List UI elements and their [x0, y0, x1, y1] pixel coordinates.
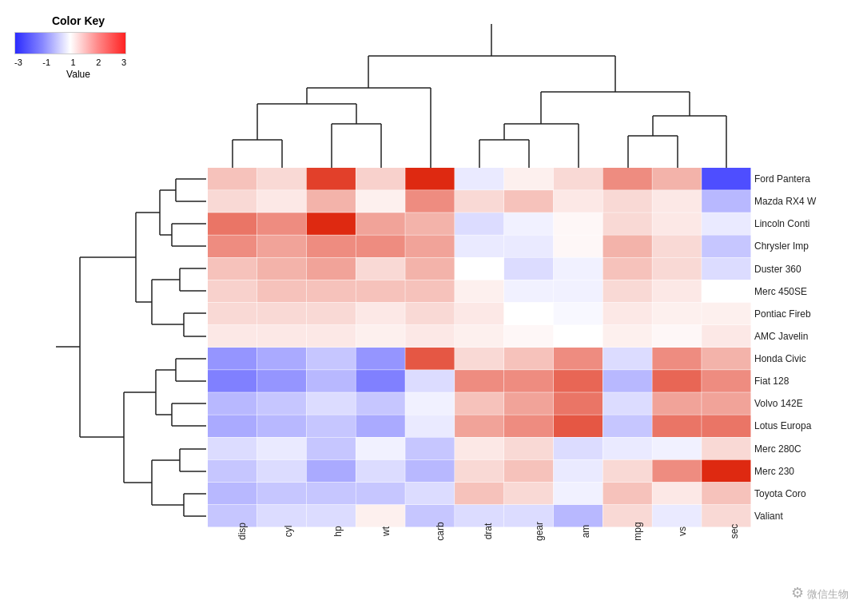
- row-label-6: Pontiac Fireb: [754, 308, 811, 320]
- row-label-3: Chrysler Imp: [754, 240, 809, 252]
- row-label-9: Fiat 128: [754, 376, 789, 387]
- col-label-4: carb: [435, 522, 446, 540]
- main-container: { "colorKey": { "title": "Color Key", "l…: [0, 0, 863, 616]
- row-label-2: Lincoln Conti: [754, 218, 809, 229]
- color-label-1: 1: [71, 58, 76, 67]
- value-label: Value: [14, 69, 142, 80]
- col-label-6: gear: [534, 522, 545, 541]
- row-label-13: Merc 230: [754, 466, 794, 477]
- col-label-2: hp: [332, 526, 343, 536]
- row-label-10: Volvo 142E: [754, 398, 803, 409]
- watermark: ⚙ 微信生物: [791, 584, 849, 602]
- row-label-0: Ford Pantera: [754, 173, 810, 185]
- row-label-15: Valiant: [754, 511, 783, 522]
- watermark-text: 微信生物: [807, 588, 849, 600]
- color-label-min: -3: [14, 58, 22, 67]
- color-key-title: Color Key: [14, 14, 142, 27]
- col-label-3: wt: [380, 527, 392, 536]
- color-label-3: 3: [121, 58, 126, 67]
- col-label-1: cyl: [283, 526, 294, 538]
- col-label-7: am: [580, 525, 591, 539]
- color-bar: [14, 32, 126, 54]
- col-label-9: vs: [677, 527, 688, 536]
- row-label-12: Merc 280C: [754, 443, 801, 455]
- col-label-8: mpg: [632, 522, 643, 540]
- heatmap-canvas: [208, 168, 751, 527]
- row-label-8: Honda Civic: [754, 353, 806, 364]
- watermark-icon: ⚙: [791, 585, 804, 601]
- color-label-2: 2: [96, 58, 101, 67]
- color-key: Color Key -3 -1 1 2 3 Value: [14, 14, 142, 80]
- row-label-11: Lotus Europa: [754, 420, 811, 431]
- row-label-5: Merc 450SE: [754, 286, 807, 297]
- col-label-10: sec: [729, 524, 740, 539]
- color-labels: -3 -1 1 2 3: [14, 58, 126, 67]
- row-label-14: Toyota Coro: [754, 488, 806, 499]
- col-label-0: disp: [237, 523, 248, 540]
- row-label-7: AMC Javelin: [754, 331, 808, 342]
- row-label-4: Duster 360: [754, 264, 801, 275]
- row-label-1: Mazda RX4 W: [754, 196, 816, 207]
- color-label-n1: -1: [42, 58, 50, 67]
- col-label-5: drat: [483, 523, 494, 540]
